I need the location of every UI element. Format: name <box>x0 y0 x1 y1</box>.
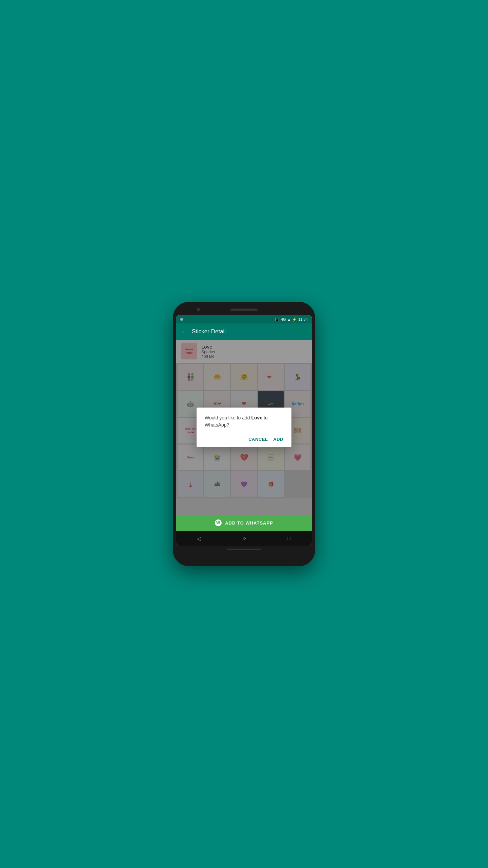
status-left <box>180 318 183 321</box>
whatsapp-icon: W <box>215 519 222 526</box>
add-button[interactable]: ADD <box>273 435 283 443</box>
phone-bottom <box>176 546 312 551</box>
recents-nav-button[interactable]: □ <box>288 535 291 541</box>
back-button[interactable]: ← <box>181 328 188 336</box>
battery-icon: ⚡ <box>292 317 297 322</box>
app-bar: ← Sticker Detail <box>176 323 312 340</box>
vibrate-icon: 📳 <box>275 317 280 322</box>
network-icon: 4G <box>281 317 286 321</box>
dialog-pack-name: Love <box>251 415 263 420</box>
back-nav-button[interactable]: ◁ <box>197 535 201 542</box>
dialog: Would you like to add Love to WhatsApp? … <box>197 408 291 447</box>
cancel-button[interactable]: CANCEL <box>248 435 268 443</box>
add-to-whatsapp-label: ADD TO WHATSAPP <box>225 520 273 526</box>
app-bar-title: Sticker Detail <box>192 328 226 335</box>
camera <box>197 308 200 311</box>
scroll-content[interactable]: Sweetheart Love Sparker 469 kB 👫 🤲 <box>176 340 312 515</box>
add-to-whatsapp-button[interactable]: W ADD TO WHATSAPP <box>176 515 312 531</box>
dialog-overlay: Would you like to add Love to WhatsApp? … <box>176 340 312 515</box>
signal-icon: ▲ <box>287 317 291 321</box>
status-right: 📳 4G ▲ ⚡ 11:54 <box>275 317 308 322</box>
dialog-actions: CANCEL ADD <box>205 435 283 443</box>
home-nav-button[interactable]: ○ <box>243 535 246 541</box>
signal-dot <box>180 318 183 321</box>
home-bar <box>227 549 261 550</box>
phone-screen: 📳 4G ▲ ⚡ 11:54 ← Sticker Detail Sweethea… <box>176 315 312 546</box>
status-bar: 📳 4G ▲ ⚡ 11:54 <box>176 315 312 323</box>
speaker <box>230 309 258 311</box>
time-display: 11:54 <box>298 317 308 321</box>
phone-top <box>176 305 312 315</box>
phone-frame: 📳 4G ▲ ⚡ 11:54 ← Sticker Detail Sweethea… <box>173 302 315 566</box>
dialog-message: Would you like to add Love to WhatsApp? <box>205 414 283 429</box>
nav-bar: ◁ ○ □ <box>176 531 312 546</box>
dialog-text-prefix: Would you like to add <box>205 415 251 420</box>
